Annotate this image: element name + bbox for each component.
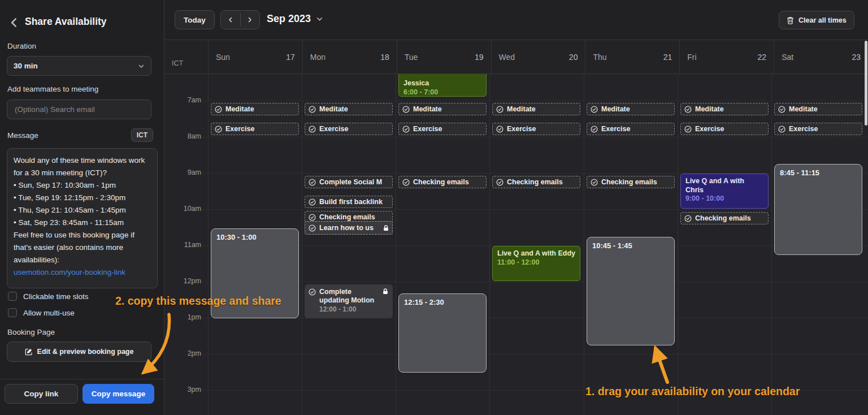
check-circle-icon — [402, 106, 410, 113]
task-chip-meditate[interactable]: Meditate — [211, 103, 299, 115]
lock-icon — [383, 225, 389, 231]
clickable-time-slots-option[interactable]: Clickable time slots — [8, 292, 89, 301]
task-chip-exercise[interactable]: Exercise — [398, 123, 487, 135]
availability-slot-thu[interactable]: 10:45 - 1:45 — [587, 237, 675, 345]
check-circle-icon — [402, 126, 410, 133]
event-live-qa-chris[interactable]: Live Q and A with Chris 9:00 - 10:00 — [680, 174, 769, 209]
event-title: Live Q and A with Chris — [685, 177, 744, 194]
hour-label: 9am — [165, 168, 201, 176]
column-line — [489, 74, 490, 415]
task-chip-build-backlink[interactable]: Build first backlink — [305, 196, 393, 208]
day-header-sat[interactable]: Sat23 — [774, 40, 868, 74]
month-selector[interactable]: Sep 2023 — [267, 13, 323, 25]
task-chip-checking-emails[interactable]: Checking emails — [492, 176, 580, 188]
event-time: 6:00 - 7:00 — [403, 88, 481, 97]
check-circle-icon — [591, 179, 598, 186]
checkbox-icon[interactable] — [8, 308, 17, 317]
event-live-qa-eddy[interactable]: Live Q and A with Eddy 11:00 - 12:00 — [492, 246, 580, 281]
checkbox-label: Allow multi-use — [23, 309, 75, 317]
message-textarea[interactable]: Would any of these time windows work for… — [7, 148, 158, 288]
day-header-fri[interactable]: Fri22 — [679, 40, 774, 74]
check-circle-icon — [496, 126, 504, 133]
clear-all-times-button[interactable]: Clear all times — [779, 11, 854, 29]
task-time: 12:00 - 1:00 — [319, 305, 388, 314]
task-block-complete-updating-motion[interactable]: Complete updating Motion 12:00 - 1:00 — [305, 284, 393, 318]
check-circle-icon — [496, 179, 504, 186]
hour-line — [198, 173, 868, 174]
check-circle-icon — [684, 126, 692, 133]
check-circle-icon — [591, 126, 598, 133]
hour-label: 12pm — [165, 277, 201, 285]
lock-icon — [383, 288, 388, 295]
task-chip-complete-social[interactable]: Complete Social M — [305, 176, 393, 188]
allow-multi-use-option[interactable]: Allow multi-use — [8, 308, 75, 317]
day-header-wed[interactable]: Wed20 — [491, 40, 585, 74]
copy-link-button[interactable]: Copy link — [5, 384, 78, 404]
next-week-button[interactable] — [241, 11, 260, 29]
chevron-down-icon — [138, 63, 145, 70]
check-circle-icon — [309, 106, 316, 113]
task-chip-exercise[interactable]: Exercise — [774, 123, 862, 135]
task-chip-exercise[interactable]: Exercise — [211, 123, 299, 135]
booking-link[interactable]: usemotion.com/your-booking-link — [14, 268, 125, 276]
scrollbar-thumb[interactable] — [865, 41, 867, 126]
task-chip-exercise[interactable]: Exercise — [680, 123, 769, 135]
booking-page-label: Booking Page — [7, 328, 55, 336]
hour-label: 3pm — [165, 386, 201, 394]
day-header-mon[interactable]: Mon18 — [302, 40, 397, 74]
back-icon[interactable] — [8, 16, 20, 29]
duration-select[interactable]: 30 min — [7, 56, 151, 76]
annotation-step1: 1. drag your availability on your calend… — [585, 385, 800, 398]
check-circle-icon — [402, 179, 410, 186]
copy-link-label: Copy link — [24, 390, 59, 398]
duration-value: 30 min — [14, 62, 38, 70]
check-circle-icon — [309, 214, 316, 221]
annotation-step2: 2. copy this message and share — [115, 295, 281, 308]
teammates-search-input[interactable] — [14, 105, 145, 114]
task-chip-meditate[interactable]: Meditate — [774, 103, 862, 115]
column-line — [396, 74, 396, 415]
task-chip-meditate[interactable]: Meditate — [305, 103, 393, 115]
hour-label: 11am — [165, 241, 201, 249]
check-circle-icon — [309, 126, 316, 133]
task-title: Complete updating Motion — [319, 288, 383, 305]
clear-all-times-label: Clear all times — [798, 16, 847, 24]
divider — [0, 379, 164, 379]
task-chip-meditate[interactable]: Meditate — [587, 103, 675, 115]
copy-message-button[interactable]: Copy message — [83, 384, 154, 404]
task-chip-checking-emails[interactable]: Checking emails — [587, 176, 675, 188]
task-chip-checking-emails[interactable]: Checking emails — [398, 176, 487, 188]
task-chip-learn-locked[interactable]: Learn how to us — [305, 221, 393, 235]
check-circle-icon — [309, 224, 316, 232]
task-chip-meditate[interactable]: Meditate — [680, 103, 769, 115]
task-chip-checking-emails[interactable]: Checking emails — [680, 212, 769, 224]
hour-label: 1pm — [165, 313, 201, 321]
task-chip-meditate[interactable]: Meditate — [492, 103, 580, 115]
week-nav — [220, 10, 260, 29]
availability-slot-tue[interactable]: 12:15 - 2:30 — [398, 293, 487, 373]
hour-line — [198, 101, 868, 101]
check-circle-icon — [778, 106, 785, 113]
edit-preview-booking-page-button[interactable]: Edit & preview booking page — [7, 341, 151, 362]
day-header-sun[interactable]: Sun17 — [208, 40, 302, 74]
today-button[interactable]: Today — [175, 10, 215, 29]
timezone-gutter: ICT — [165, 40, 208, 74]
calendar-grid[interactable]: 7am 8am 9am 10am 11am 12pm 1pm 2pm 3pm J… — [165, 74, 868, 415]
prev-week-button[interactable] — [221, 11, 240, 29]
check-circle-icon — [309, 288, 316, 296]
check-circle-icon — [215, 106, 222, 113]
task-chip-meditate[interactable]: Meditate — [398, 103, 487, 115]
task-chip-exercise[interactable]: Exercise — [587, 123, 675, 135]
task-chip-exercise[interactable]: Exercise — [492, 123, 580, 135]
event-jessica[interactable]: Jessica 6:00 - 7:00 — [398, 74, 487, 97]
day-header-tue[interactable]: Tue19 — [397, 40, 491, 74]
event-time: 11:00 - 12:00 — [497, 258, 575, 267]
hour-label: 10am — [165, 205, 201, 213]
timezone-badge[interactable]: ICT — [131, 128, 153, 142]
checkbox-icon[interactable] — [8, 292, 17, 301]
availability-slot-sat[interactable]: 8:45 - 11:15 — [774, 164, 862, 255]
check-circle-icon — [496, 106, 504, 113]
task-chip-exercise[interactable]: Exercise — [305, 123, 393, 135]
column-line — [771, 74, 772, 415]
day-header-thu[interactable]: Thu21 — [585, 40, 679, 74]
